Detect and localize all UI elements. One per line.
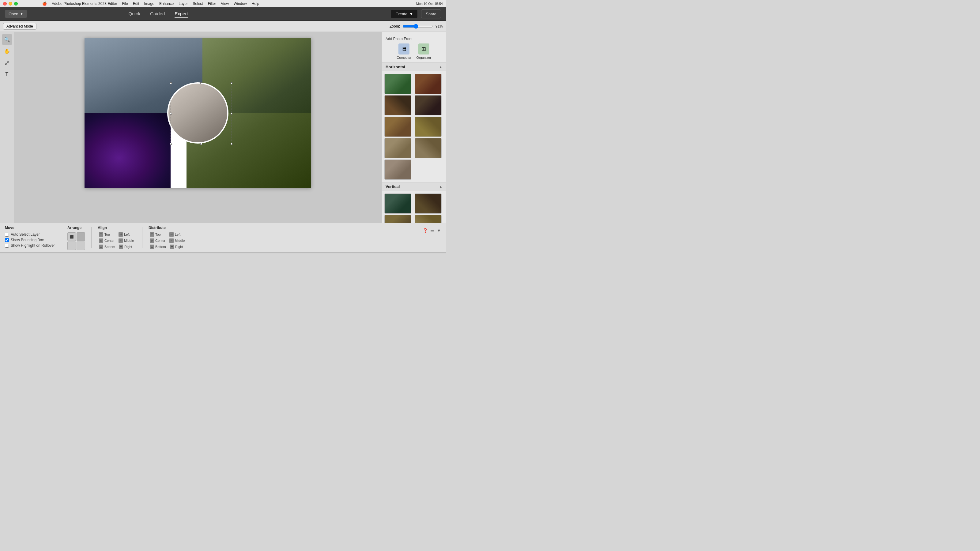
minimize-window-button[interactable] (9, 2, 12, 5)
layout-thumb-v1[interactable] (384, 194, 411, 214)
menu-enhance[interactable]: Enhance (159, 2, 173, 6)
tab-expert[interactable]: Expert (175, 10, 188, 18)
layout-thumb-v2[interactable] (415, 194, 442, 214)
align-row-2: ⊜ Center ≡ Middle (98, 238, 136, 243)
auto-select-layer-checkbox[interactable] (5, 233, 9, 237)
app-header: Open ▼ Quick Guided Expert Create ▼ Shar… (0, 7, 446, 21)
expand-icon[interactable]: ▼ (437, 228, 441, 233)
align-row-3: ⊥ Bottom ⊢ Right (98, 244, 136, 249)
align-top-button[interactable]: ⊤ Top (98, 232, 116, 237)
layout-thumb-v4[interactable] (415, 215, 442, 223)
align-section: Align ⊤ Top ⊣ Left ⊜ Center ≡ Middle ⊥ (98, 225, 136, 249)
arrange-icon-3[interactable] (67, 241, 76, 250)
apple-menu[interactable]: 🍎 (42, 2, 47, 6)
menu-file[interactable]: File (122, 2, 128, 6)
help-icon[interactable]: ❓ (423, 228, 428, 233)
distribute-top-icon: ⊤ (150, 232, 154, 237)
advanced-mode-button[interactable]: Advanced Mode (3, 23, 37, 30)
close-window-button[interactable] (3, 2, 7, 5)
move-tool-button[interactable]: ⤢ (2, 57, 12, 68)
align-label: Align (98, 225, 136, 230)
horizontal-section-header[interactable]: Horizontal ▲ (382, 62, 446, 71)
add-photo-title: Add Photo From (385, 37, 442, 41)
organizer-label: Organizer (417, 56, 431, 59)
distribute-row-3: ⊥ Bottom ⊢ Right (148, 244, 187, 249)
menu-select[interactable]: Select (192, 2, 203, 6)
search-tool-button[interactable]: 🔍 (2, 34, 12, 45)
tab-guided[interactable]: Guided (150, 10, 165, 18)
horizontal-chevron-icon: ▲ (439, 65, 442, 68)
distribute-center-button[interactable]: ⊜ Center (148, 238, 167, 243)
maximize-window-button[interactable] (14, 2, 18, 5)
distribute-row-1: ⊤ Top ⊣ Left (148, 232, 187, 237)
menu-edit[interactable]: Edit (133, 2, 139, 6)
photo-center-circle[interactable] (167, 83, 229, 144)
create-button[interactable]: Create ▼ (391, 10, 417, 18)
layout-thumb-h6[interactable] (415, 117, 442, 137)
window-controls[interactable] (3, 2, 18, 5)
zoom-percent: 91% (436, 24, 443, 29)
taskbar: 🖼 Photo Bin 🔧 Tool Options ↩ Undo ↪ Redo… (0, 252, 446, 254)
photo-collage[interactable] (84, 38, 311, 188)
distribute-middle-button[interactable]: ≡ Middle (168, 238, 186, 243)
computer-source[interactable]: 🖥 Computer (396, 43, 411, 59)
organizer-source[interactable]: ⊞ Organizer (417, 43, 431, 59)
menu-view[interactable]: View (221, 2, 229, 6)
show-bounding-box-checkbox[interactable] (5, 238, 9, 242)
layout-thumb-h1[interactable] (384, 74, 411, 94)
arrange-icon-2[interactable] (76, 232, 85, 241)
menu-layer[interactable]: Layer (178, 2, 188, 6)
align-left-button[interactable]: ⊣ Left (117, 232, 136, 237)
text-tool-button[interactable]: T (2, 69, 12, 79)
title-bar-right: Mon 10 Oct 15:54 (416, 2, 443, 5)
align-center-button[interactable]: ⊜ Center (98, 238, 116, 243)
show-highlight-checkbox[interactable] (5, 244, 9, 248)
layout-thumb-v3[interactable] (384, 215, 411, 223)
layout-thumb-h2[interactable] (415, 74, 442, 94)
align-right-button[interactable]: ⊢ Right (118, 244, 136, 249)
arrange-icon-4[interactable] (76, 241, 85, 250)
distribute-left-button[interactable]: ⊣ Left (168, 232, 186, 237)
zoom-slider[interactable] (402, 24, 433, 29)
vertical-label: Vertical (385, 184, 400, 189)
distribute-right-button[interactable]: ⊢ Right (169, 244, 187, 249)
computer-icon: 🖥 (398, 43, 409, 54)
menu-window[interactable]: Window (234, 2, 247, 6)
distribute-right-icon: ⊢ (170, 245, 174, 249)
align-middle-icon: ≡ (119, 238, 123, 243)
distribute-label: Distribute (148, 225, 187, 230)
distribute-bottom-button[interactable]: ⊥ Bottom (148, 244, 167, 249)
hand-tool-button[interactable]: ✋ (2, 46, 12, 56)
menu-help[interactable]: Help (252, 2, 259, 6)
distribute-middle-icon: ≡ (169, 238, 173, 243)
distribute-top-button[interactable]: ⊤ Top (148, 232, 167, 237)
layout-thumb-h3[interactable] (384, 95, 411, 115)
list-icon[interactable]: ☰ (430, 228, 434, 233)
layout-thumb-h4[interactable] (415, 95, 442, 115)
mode-tabs: Quick Guided Expert (129, 10, 188, 18)
arrange-grid: ⬛ (67, 232, 85, 250)
options-bar: Move Auto Select Layer Show Bounding Box… (0, 223, 446, 252)
photo-bottom-left[interactable] (84, 113, 170, 188)
zoom-label: Zoom: (390, 24, 400, 29)
menu-filter[interactable]: Filter (208, 2, 216, 6)
tab-quick[interactable]: Quick (129, 10, 140, 18)
vertical-section-header[interactable]: Vertical ▲ (382, 182, 446, 191)
layout-thumb-h8[interactable] (415, 138, 442, 158)
show-bounding-box-row: Show Bounding Box (5, 238, 55, 242)
photo-source-icons: 🖥 Computer ⊞ Organizer (385, 43, 442, 59)
open-button[interactable]: Open ▼ (5, 10, 27, 18)
clock: Mon 10 Oct 15:54 (416, 2, 443, 5)
header-actions: Create ▼ Share (391, 10, 441, 18)
arrange-icon-1[interactable]: ⬛ (67, 232, 76, 241)
computer-label: Computer (396, 56, 411, 59)
align-bottom-button[interactable]: ⊥ Bottom (98, 244, 116, 249)
align-right-icon: ⊢ (119, 245, 123, 249)
align-middle-button[interactable]: ≡ Middle (117, 238, 136, 243)
layout-thumb-h7[interactable] (384, 138, 411, 158)
menu-image[interactable]: Image (144, 2, 154, 6)
layout-thumb-h9[interactable] (384, 159, 411, 180)
layout-thumb-h5[interactable] (384, 117, 411, 137)
vertical-chevron-icon: ▲ (439, 185, 442, 188)
share-button[interactable]: Share (421, 10, 441, 18)
